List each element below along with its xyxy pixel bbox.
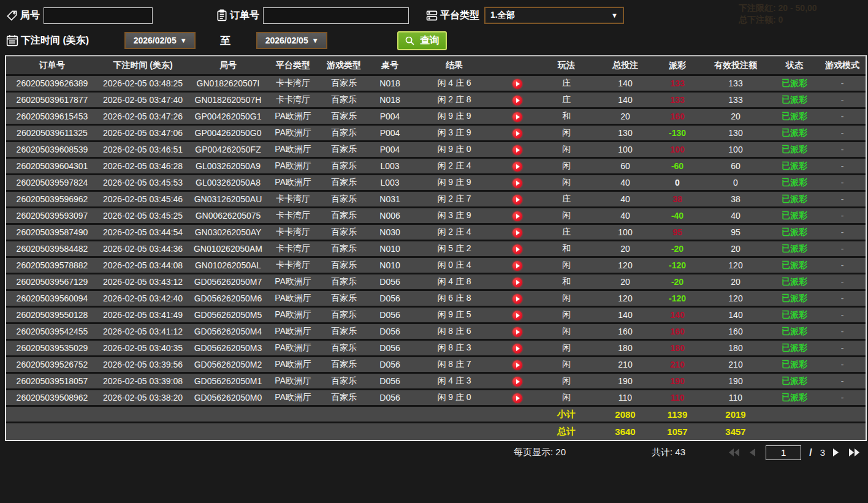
next-page-button[interactable] (833, 448, 841, 456)
date-to-value: 2026/02/05 (265, 36, 308, 45)
cell-status: 已派彩 (770, 194, 819, 205)
cell-payout: -120 (653, 293, 701, 303)
cell-table-no: D056 (370, 343, 409, 353)
platform-select[interactable]: 1.全部 ▼ (484, 7, 624, 24)
play-video-icon[interactable] (512, 244, 522, 254)
cell-play-type: 庄 (536, 78, 597, 89)
table-row: 260205039518057 2026-02-05 03:39:08 GD05… (6, 374, 866, 390)
cell-game-no: GN010262050AL (188, 260, 268, 270)
play-video-icon[interactable] (512, 178, 522, 188)
cell-valid-bet: 95 (701, 227, 770, 237)
play-video-icon[interactable] (512, 129, 522, 138)
cell-valid-bet: 38 (701, 194, 770, 204)
date-from-select[interactable]: 2026/02/05 ▼ (124, 32, 196, 49)
cell-game-type: 百家乐 (318, 359, 370, 370)
cell-game-mode: - (819, 178, 866, 187)
play-video-icon[interactable] (512, 360, 522, 370)
cell-game-mode: - (819, 128, 866, 138)
play-video-icon[interactable] (512, 211, 522, 221)
cell-total-bet: 140 (597, 78, 653, 88)
first-page-button[interactable] (729, 448, 742, 456)
order-number-input[interactable] (263, 7, 409, 24)
column-header: 状态 (770, 60, 819, 71)
cell-total-bet: 40 (597, 211, 653, 221)
cell-total-bet: 100 (597, 227, 653, 237)
cell-valid-bet: 133 (701, 95, 770, 105)
cell-game-type: 百家乐 (318, 194, 370, 205)
cell-game-mode: - (819, 293, 866, 303)
cell-replay (499, 243, 536, 254)
cell-total-bet: 100 (597, 145, 653, 154)
last-page-button[interactable] (849, 448, 862, 456)
search-button[interactable]: 查询 (397, 31, 447, 50)
table-row: 260205039560094 2026-02-05 03:42:40 GD05… (6, 291, 866, 308)
cell-payout: 140 (653, 310, 701, 320)
cell-platform: 卡卡湾厅 (268, 94, 318, 105)
cell-valid-bet: 120 (701, 260, 770, 270)
game-number-input[interactable] (44, 7, 153, 24)
play-video-icon[interactable] (512, 393, 522, 403)
cell-order-no: 260205039550128 (6, 310, 98, 320)
play-video-icon[interactable] (512, 377, 522, 387)
cell-valid-bet: 190 (701, 376, 770, 386)
column-header: 游戏类型 (318, 60, 370, 71)
cell-table-no: D056 (370, 393, 409, 403)
play-video-icon[interactable] (512, 311, 522, 320)
date-to-select[interactable]: 2026/02/05 ▼ (256, 32, 327, 49)
play-video-icon[interactable] (512, 195, 522, 205)
cell-status: 已派彩 (770, 161, 819, 172)
cell-bet-time: 2026-02-05 03:48:25 (98, 78, 188, 88)
cell-game-no: GP004262050G0 (188, 128, 268, 138)
table-row: 260205039587490 2026-02-05 03:44:54 GN03… (6, 225, 866, 241)
play-video-icon[interactable] (512, 261, 522, 271)
cell-payout: 160 (653, 327, 701, 336)
play-video-icon[interactable] (512, 96, 522, 105)
cell-status: 已派彩 (770, 276, 819, 287)
play-video-icon[interactable] (512, 327, 522, 337)
cell-platform: 卡卡湾厅 (268, 194, 318, 205)
total-total-bet: 3640 (597, 426, 653, 437)
cell-total-bet: 110 (597, 393, 653, 403)
cell-valid-bet: 100 (701, 145, 770, 154)
page-separator: / (809, 447, 812, 458)
play-video-icon[interactable] (512, 228, 522, 238)
cell-valid-bet: 20 (701, 244, 770, 254)
cell-game-mode: - (819, 112, 866, 121)
prev-page-button[interactable] (750, 448, 758, 456)
play-video-icon[interactable] (512, 145, 522, 155)
cell-replay (499, 293, 536, 303)
next-page-icon (833, 448, 839, 456)
cell-bet-time: 2026-02-05 03:45:53 (98, 178, 188, 187)
table-row: 260205039567129 2026-02-05 03:43:12 GD05… (6, 274, 866, 291)
cell-valid-bet: 110 (701, 393, 770, 403)
current-page-input[interactable]: 1 (766, 445, 801, 460)
play-video-icon[interactable] (512, 112, 522, 122)
column-header: 桌号 (370, 60, 409, 71)
cell-replay (499, 111, 536, 121)
play-video-icon[interactable] (512, 278, 522, 287)
play-video-icon[interactable] (512, 294, 522, 304)
table-row: 260205039604301 2026-02-05 03:46:28 GL00… (6, 159, 866, 175)
cell-table-no: P004 (370, 145, 409, 154)
cell-game-mode: - (819, 78, 866, 88)
page-size-text: 每页显示: 20 (514, 447, 566, 458)
cell-result: 闲 9 庄 9 (409, 111, 499, 122)
play-video-icon[interactable] (512, 79, 522, 89)
cell-play-type: 闲 (536, 309, 597, 320)
cell-result: 闲 6 庄 8 (409, 293, 499, 304)
play-video-icon[interactable] (512, 162, 522, 172)
orders-table: 订单号下注时间 (美东)局号平台类型游戏类型桌号结果玩法总投注派彩有效投注额状态… (5, 55, 867, 441)
cell-platform: 卡卡湾厅 (268, 210, 318, 221)
cell-game-no: GL003262050A9 (188, 161, 268, 171)
tag-icon (6, 10, 18, 21)
cell-game-mode: - (819, 161, 866, 171)
cell-total-bet: 40 (597, 194, 653, 204)
cell-replay (499, 260, 536, 270)
column-header: 派彩 (653, 60, 701, 71)
cell-order-no: 260205039542455 (6, 327, 98, 336)
cell-game-type: 百家乐 (318, 309, 370, 320)
cell-game-no: GN0182620507H (188, 95, 268, 105)
cell-platform: PA欧洲厅 (268, 376, 318, 387)
cell-platform: PA欧洲厅 (268, 161, 318, 172)
play-video-icon[interactable] (512, 344, 522, 354)
